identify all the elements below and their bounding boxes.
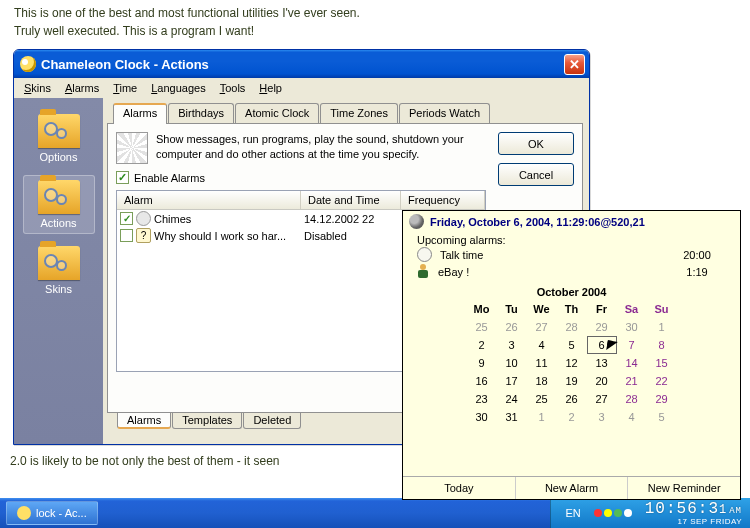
- row-icon: ?: [136, 228, 151, 243]
- subtab-templates[interactable]: Templates: [172, 412, 242, 429]
- calendar-day[interactable]: 21: [617, 372, 647, 390]
- calendar-day[interactable]: 16: [467, 372, 497, 390]
- calendar-day[interactable]: 2: [557, 408, 587, 426]
- moon-phase-icon: [409, 214, 424, 229]
- cancel-button[interactable]: Cancel: [498, 163, 574, 186]
- calendar-day[interactable]: 3: [497, 336, 527, 354]
- calendar-day[interactable]: 6: [587, 336, 617, 354]
- calendar-day[interactable]: 30: [617, 318, 647, 336]
- calendar-day[interactable]: 22: [647, 372, 677, 390]
- calendar-day[interactable]: 29: [647, 390, 677, 408]
- subtab-deleted[interactable]: Deleted: [243, 412, 301, 429]
- clock-tooltip-popup: Friday, October 6, 2004, 11:29:06@520,21…: [402, 210, 741, 500]
- col-datetime[interactable]: Date and Time: [301, 191, 401, 209]
- calendar-day[interactable]: 9: [467, 354, 497, 372]
- calendar-day[interactable]: 24: [497, 390, 527, 408]
- calendar-day[interactable]: 1: [647, 318, 677, 336]
- sidebar-item-options[interactable]: Options: [23, 110, 95, 167]
- calendar-day[interactable]: 14: [617, 354, 647, 372]
- taskbar-app-icon: [17, 506, 31, 520]
- calendar-day[interactable]: 23: [467, 390, 497, 408]
- menu-time[interactable]: Time: [107, 80, 143, 96]
- taskbar[interactable]: lock - Ac... EN 10:56:31AM 17 SEP FRIDAY: [0, 498, 750, 528]
- calendar-day[interactable]: 8: [647, 336, 677, 354]
- calendar-day[interactable]: 27: [587, 390, 617, 408]
- close-button[interactable]: ✕: [564, 54, 585, 75]
- calendar-day[interactable]: 18: [527, 372, 557, 390]
- calendar-day[interactable]: 31: [497, 408, 527, 426]
- clock-time: 10:56:3: [645, 500, 719, 518]
- tray-icons[interactable]: [593, 507, 633, 519]
- calendar-day[interactable]: 2: [467, 336, 497, 354]
- calendar-day[interactable]: 7: [617, 336, 647, 354]
- tab-atomic-clock[interactable]: Atomic Clock: [235, 103, 319, 124]
- tooltip-btn-today[interactable]: Today: [403, 477, 516, 499]
- row-datetime: Disabled: [304, 230, 404, 242]
- taskbar-button-app[interactable]: lock - Ac...: [6, 501, 98, 525]
- menu-alarms[interactable]: Alarms: [59, 80, 105, 96]
- calendar-day[interactable]: 5: [557, 336, 587, 354]
- tab-time-zones[interactable]: Time Zones: [320, 103, 398, 124]
- calendar-day[interactable]: 29: [587, 318, 617, 336]
- calendar-day[interactable]: 1: [527, 408, 557, 426]
- calendar-day[interactable]: 25: [527, 390, 557, 408]
- row-datetime: 14.12.2002 22: [304, 213, 404, 225]
- upcoming-alarm-row: eBay !1:19: [417, 263, 732, 280]
- row-label: Why should I work so har...: [154, 230, 286, 242]
- calendar-day[interactable]: 11: [527, 354, 557, 372]
- tab-strip: AlarmsBirthdaysAtomic ClockTime ZonesPer…: [113, 102, 583, 123]
- tooltip-headline: Friday, October 6, 2004, 11:29:06@520,21: [430, 216, 645, 228]
- clock-date: 17 SEP FRIDAY: [645, 518, 742, 526]
- calendar-day[interactable]: 10: [497, 354, 527, 372]
- col-frequency[interactable]: Frequency: [401, 191, 485, 209]
- calendar-day[interactable]: 17: [497, 372, 527, 390]
- sidebar-item-actions[interactable]: Actions: [23, 175, 95, 234]
- calendar-day[interactable]: 13: [587, 354, 617, 372]
- calendar-day[interactable]: 4: [617, 408, 647, 426]
- tooltip-btn-new-reminder[interactable]: New Reminder: [628, 477, 740, 499]
- panel-description: Show messages, run programs, play the so…: [156, 132, 486, 164]
- row-icon: [136, 211, 151, 226]
- tab-birthdays[interactable]: Birthdays: [168, 103, 234, 124]
- dow: Th: [557, 300, 587, 318]
- sidebar-item-skins[interactable]: Skins: [23, 242, 95, 299]
- menu-tools[interactable]: Tools: [214, 80, 252, 96]
- clock-seconds: 1: [719, 503, 727, 517]
- tooltip-btn-new-alarm[interactable]: New Alarm: [516, 477, 629, 499]
- enable-alarms-label: Enable Alarms: [134, 172, 205, 184]
- row-checkbox[interactable]: [120, 229, 133, 242]
- calendar-day[interactable]: 28: [617, 390, 647, 408]
- calendar-day[interactable]: 27: [527, 318, 557, 336]
- tray-clock[interactable]: 10:56:31AM 17 SEP FRIDAY: [645, 501, 742, 526]
- calendar-day[interactable]: 4: [527, 336, 557, 354]
- calendar-day[interactable]: 26: [557, 390, 587, 408]
- calendar-day[interactable]: 3: [587, 408, 617, 426]
- calendar-day[interactable]: 20: [587, 372, 617, 390]
- alarm-time: 1:19: [662, 266, 732, 278]
- calendar-day[interactable]: 30: [467, 408, 497, 426]
- bg-line2: Truly well executed. This is a program I…: [14, 22, 736, 40]
- language-indicator[interactable]: EN: [565, 507, 580, 519]
- menu-help[interactable]: Help: [253, 80, 288, 96]
- subtab-alarms[interactable]: Alarms: [117, 412, 171, 429]
- alarm-time: 20:00: [662, 249, 732, 261]
- calendar-day[interactable]: 28: [557, 318, 587, 336]
- calendar-day[interactable]: 12: [557, 354, 587, 372]
- calendar-day[interactable]: 5: [647, 408, 677, 426]
- calendar-day[interactable]: 19: [557, 372, 587, 390]
- calendar-day[interactable]: 26: [497, 318, 527, 336]
- calendar-day[interactable]: 25: [467, 318, 497, 336]
- calendar-day[interactable]: 15: [647, 354, 677, 372]
- enable-alarms-checkbox[interactable]: [116, 171, 129, 184]
- dow: We: [527, 300, 557, 318]
- ok-button[interactable]: OK: [498, 132, 574, 155]
- tab-alarms[interactable]: Alarms: [113, 103, 167, 124]
- system-tray[interactable]: EN 10:56:31AM 17 SEP FRIDAY: [550, 498, 750, 528]
- row-checkbox[interactable]: [120, 212, 133, 225]
- clock-icon: [417, 247, 432, 262]
- menu-languages[interactable]: Languages: [145, 80, 211, 96]
- titlebar[interactable]: Chameleon Clock - Actions ✕: [14, 50, 589, 78]
- menu-skins[interactable]: Skins: [18, 80, 57, 96]
- col-alarm[interactable]: Alarm: [117, 191, 301, 209]
- tab-periods-watch[interactable]: Periods Watch: [399, 103, 490, 124]
